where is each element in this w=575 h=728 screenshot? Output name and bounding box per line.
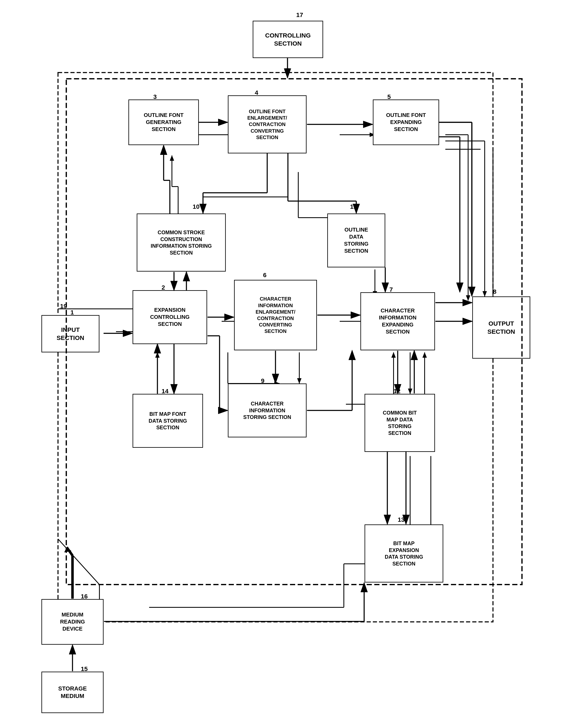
label-17: 17 <box>296 11 303 19</box>
box-outline-gen: OUTLINE FONTGENERATINGSECTION <box>128 99 199 145</box>
label-4: 4 <box>255 89 258 96</box>
box-char-expand: CHARACTERINFORMATIONEXPANDINGSECTION <box>361 292 435 350</box>
svg-marker-51 <box>155 352 160 357</box>
box-storage: STORAGEMEDIUM <box>41 672 104 713</box>
box-outline-expand: OUTLINE FONTEXPANDINGSECTION <box>373 99 439 145</box>
box-char-store: CHARACTERINFORMATIONSTORING SECTION <box>228 383 307 437</box>
svg-marker-54 <box>392 352 396 357</box>
svg-marker-2 <box>285 68 290 73</box>
svg-line-113 <box>67 547 72 556</box>
label-9: 9 <box>261 377 265 384</box>
label-3: 3 <box>153 93 157 100</box>
box-output: OUTPUTSECTION <box>472 296 530 359</box>
diagram: 17 CONTROLLING SECTION 3 OUTLINE FONTGEN… <box>0 0 575 728</box>
box-common-bitmap: COMMON BITMAP DATASTORINGSECTION <box>365 394 435 452</box>
svg-marker-70 <box>483 291 487 296</box>
label-14: 14 <box>162 388 168 395</box>
box-common-stroke: COMMON STROKECONSTRUCTIONINFORMATION STO… <box>137 214 226 272</box>
label-15: 15 <box>81 665 88 672</box>
box-medium-reading: MEDIUMREADINGDEVICE <box>41 599 104 645</box>
label-8: 8 <box>493 288 497 295</box>
box-bitmap-expansion: BIT MAPEXPANSIONDATA STORINGSECTION <box>365 525 443 582</box>
label-11: 11 <box>350 203 357 210</box>
svg-marker-47 <box>408 389 412 394</box>
svg-marker-114 <box>64 547 71 552</box>
box-bitmap-font: BIT MAP FONTDATA STORINGSECTION <box>133 394 203 448</box>
label-13: 13 <box>398 516 405 523</box>
box-char-enlarge: CHARACTERINFORMATIONENLARGEMENT/CONTRACT… <box>234 280 317 350</box>
label-16: 16 <box>81 593 88 600</box>
label-12: 12 <box>394 388 400 395</box>
label-1: 1 <box>70 309 74 316</box>
box-expansion-ctrl: EXPANSIONCONTROLLINGSECTION <box>133 290 207 344</box>
label-6: 6 <box>263 272 267 279</box>
label-7: 7 <box>390 286 393 293</box>
box-outline-enlarge: OUTLINE FONTENLARGEMENT/CONTRACTIONCONVE… <box>228 95 307 153</box>
svg-marker-45 <box>297 378 301 383</box>
svg-marker-40 <box>172 389 176 394</box>
svg-marker-31 <box>170 155 174 161</box>
box-outline-data: OUTLINEDATASTORINGSECTION <box>327 214 385 267</box>
svg-marker-17 <box>466 295 470 300</box>
label-10: 10 <box>193 203 200 210</box>
label-5: 5 <box>387 93 391 100</box>
svg-line-61 <box>58 539 99 584</box>
label-19: 19 <box>60 303 67 310</box>
label-2: 2 <box>162 284 165 291</box>
box-controlling: CONTROLLING SECTION <box>253 21 323 58</box>
svg-marker-49 <box>422 352 427 357</box>
box-input: INPUTSECTION <box>41 315 99 352</box>
